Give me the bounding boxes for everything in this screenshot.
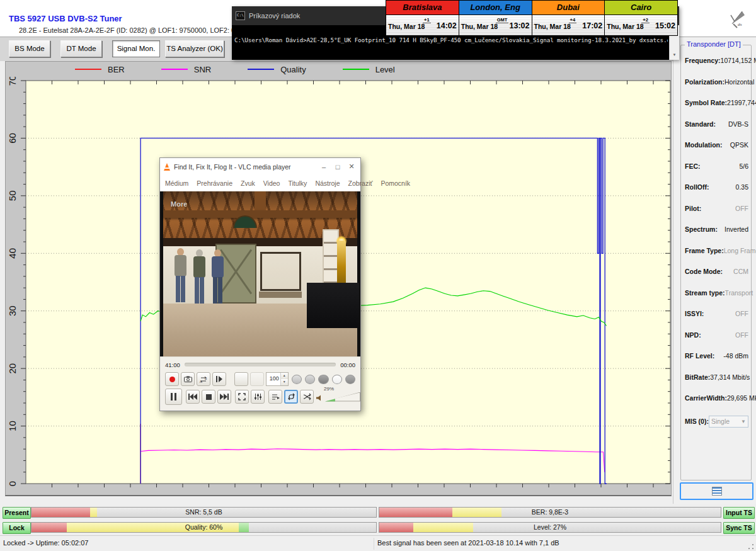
docked-playlist-button[interactable] bbox=[234, 372, 248, 386]
vlc-window-title: Find It, Fix It, Flog It - VLC media pla… bbox=[174, 163, 315, 171]
pause-button[interactable] bbox=[165, 389, 182, 405]
vlc-menu-pomocník[interactable]: Pomocník bbox=[381, 179, 410, 187]
seek-bar[interactable] bbox=[185, 363, 336, 366]
page-title: TBS 5927 USB DVB-S2 Tuner bbox=[9, 14, 122, 23]
docked-playlist-button-disabled bbox=[250, 372, 264, 386]
chevron-down-icon: ▼ bbox=[741, 419, 746, 424]
quality-bar: Quality: 60% bbox=[31, 522, 377, 533]
world-clocks-panel: Bratislava Thu, Mar 18 +1 14:02 London, … bbox=[386, 0, 678, 36]
vlc-menubar: MédiumPrehrávanieZvukVideoTitulkyNástroj… bbox=[160, 175, 360, 191]
playlist-button[interactable] bbox=[268, 390, 282, 404]
resize-grip[interactable] bbox=[748, 543, 754, 550]
stop-button[interactable] bbox=[202, 390, 215, 404]
transponder-row: ISSYI:OFF bbox=[685, 310, 748, 317]
clock-date: Thu, Mar 18 bbox=[388, 23, 425, 30]
vlc-window[interactable]: Find It, Fix It, Flog It - VLC media pla… bbox=[159, 157, 361, 411]
clock-utc-offset: +4 bbox=[569, 17, 577, 23]
total-time: 00:00 bbox=[340, 361, 355, 368]
cmd-prompt-line: C:\Users\Roman Dávid>A2E-28,5°E_UK Footp… bbox=[234, 37, 668, 43]
transponder-rows: Frequency:10714,152 MHzPolarization:Hori… bbox=[685, 57, 748, 441]
bs-mode-button[interactable]: BS Mode bbox=[9, 40, 50, 57]
input-ts-indicator: Input TS bbox=[723, 507, 755, 519]
clock-date: Thu, Mar 18 bbox=[607, 23, 643, 30]
toggle-oval-5[interactable] bbox=[345, 375, 355, 384]
stream-list-button[interactable] bbox=[680, 482, 753, 500]
transponder-row: Stream type:Transport bbox=[685, 289, 748, 297]
elapsed-time: 41:00 bbox=[165, 361, 180, 368]
clock-utc-offset: GMT bbox=[496, 17, 509, 23]
clock-bratislava: Bratislava Thu, Mar 18 +1 14:02 bbox=[386, 1, 459, 35]
chart-legend: BERSNRQualityLevel bbox=[75, 63, 395, 76]
sync-ts-indicator: Sync TS bbox=[723, 522, 755, 534]
svg-text:dis: dis bbox=[738, 23, 742, 26]
clock-time: 13:02 bbox=[510, 21, 530, 30]
frame-step-button[interactable] bbox=[212, 372, 226, 386]
ber-bar-label: BER: 9,8E-3 bbox=[379, 508, 721, 517]
scroll-down-icon[interactable]: ▼ bbox=[670, 51, 679, 59]
spin-up-icon: ▲ bbox=[281, 373, 288, 379]
volume-slider[interactable] bbox=[325, 392, 360, 402]
close-button[interactable]: ✕ bbox=[346, 162, 357, 171]
legend-line-swatch bbox=[161, 69, 188, 70]
vlc-controls: 41:00 00:00 AB 100 ▲▼ bbox=[160, 356, 360, 411]
vlc-menu-médium[interactable]: Médium bbox=[165, 179, 188, 187]
shuffle-button[interactable] bbox=[300, 390, 314, 404]
vlc-menu-titulky[interactable]: Titulky bbox=[288, 179, 307, 187]
toggle-oval-3[interactable] bbox=[318, 375, 328, 384]
maximize-button[interactable]: □ bbox=[333, 163, 343, 171]
vlc-menu-video[interactable]: Video bbox=[263, 179, 280, 187]
lock-uptime-status: Locked -> Uptime: 05:02:07 bbox=[3, 539, 88, 547]
satellite-dish-icon: dis bbox=[728, 9, 747, 29]
clock-city-label: Cairo bbox=[605, 1, 677, 15]
vlc-menu-zvuk[interactable]: Zvuk bbox=[241, 179, 255, 187]
loop-button[interactable] bbox=[284, 390, 298, 404]
transponder-row: Code Mode:CCM bbox=[685, 268, 748, 275]
clock-time: 17:02 bbox=[582, 21, 602, 30]
lock-indicator: Lock bbox=[3, 522, 31, 534]
vlc-titlebar[interactable]: Find It, Fix It, Flog It - VLC media pla… bbox=[160, 158, 360, 175]
transponder-row: Polarization:Horizontal bbox=[685, 78, 748, 86]
vlc-cone-icon bbox=[164, 163, 170, 171]
y-axis-label-10: 10 bbox=[7, 421, 18, 431]
vlc-menu-zobraziť[interactable]: Zobraziť bbox=[348, 179, 372, 187]
toggle-oval-2[interactable] bbox=[305, 375, 315, 384]
transponder-row: MIS (0):Single▼ bbox=[685, 416, 748, 428]
minimize-button[interactable]: – bbox=[319, 163, 329, 171]
speed-spinbox[interactable]: 100 ▲▼ bbox=[266, 372, 289, 386]
vlc-video-area[interactable]: More bbox=[160, 191, 360, 358]
vlc-menu-prehrávanie[interactable]: Prehrávanie bbox=[197, 179, 232, 187]
y-axis-label-20: 20 bbox=[7, 363, 18, 374]
y-axis-label-70: 70 bbox=[7, 77, 18, 86]
legend-item-ber: BER bbox=[75, 65, 125, 74]
equalizer-button[interactable] bbox=[251, 390, 265, 404]
snapshot-button[interactable] bbox=[181, 372, 195, 386]
transponder-title: Transponder [DT] bbox=[685, 40, 743, 48]
signal-status-area: Present SNR: 5,5 dB BER: 9,8E-3 Input TS… bbox=[0, 504, 756, 535]
dt-mode-button[interactable]: DT Mode bbox=[60, 40, 102, 57]
vlc-menu-nástroje[interactable]: Nástroje bbox=[315, 179, 340, 187]
toggle-oval-4[interactable] bbox=[332, 375, 342, 384]
transponder-row: Modulation:QPSK bbox=[685, 141, 748, 149]
record-button[interactable] bbox=[165, 372, 179, 386]
ts-analyzer-tab[interactable]: TS Analyzer (OK) bbox=[165, 40, 224, 57]
volume-control[interactable]: 29% bbox=[316, 392, 362, 402]
transponder-row: Standard:DVB-S bbox=[685, 120, 748, 128]
channel-watermark: More bbox=[171, 200, 187, 208]
person-silhouette bbox=[210, 249, 226, 305]
stream-list-icon bbox=[712, 487, 722, 496]
quality-bar-label: Quality: 60% bbox=[32, 523, 376, 532]
mis-select[interactable]: Single▼ bbox=[709, 416, 748, 428]
signal-mon-tab[interactable]: Signal Mon. bbox=[112, 40, 160, 57]
next-button[interactable] bbox=[217, 390, 231, 404]
transponder-row: RF Level:-48 dBm bbox=[685, 352, 748, 360]
transponder-row: Frame Type:Long Frame bbox=[685, 247, 748, 254]
fullscreen-button[interactable] bbox=[235, 390, 249, 404]
clock-utc-offset: +2 bbox=[641, 17, 650, 23]
toggle-oval-1[interactable] bbox=[292, 375, 302, 384]
transponder-row: CarrierWidth:29,695 MHz bbox=[685, 394, 748, 402]
cmd-icon: C:\ bbox=[236, 11, 245, 20]
ab-loop-button[interactable]: AB bbox=[197, 372, 210, 386]
clock-city-label: Bratislava bbox=[386, 1, 459, 15]
transponder-row: Pilot:OFF bbox=[685, 205, 748, 212]
previous-button[interactable] bbox=[186, 390, 200, 404]
